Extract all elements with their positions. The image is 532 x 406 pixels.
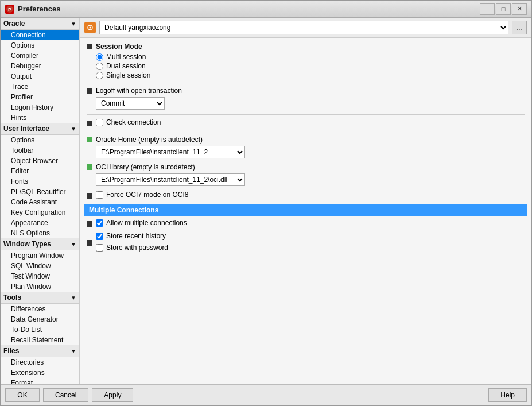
force-oci7-header: Force OCI7 mode on OCI8 bbox=[87, 191, 525, 200]
oci-library-label: OCI library (empty is autodetect) bbox=[96, 163, 195, 171]
allow-multiple-header: Allow multiple connections bbox=[87, 219, 525, 229]
sidebar-item-logon-history[interactable]: Logon History bbox=[1, 102, 79, 113]
oci-library-section: OCI library (empty is autodetect) E:\Pro… bbox=[87, 163, 525, 186]
dual-session-radio[interactable] bbox=[96, 63, 103, 70]
footer: OK Cancel Apply Help bbox=[1, 384, 531, 405]
dual-session-option: Dual session bbox=[96, 62, 525, 70]
main-content: Oracle▼ConnectionOptionsCompilerDebugger… bbox=[1, 18, 531, 384]
sidebar-item-appearance[interactable]: Appearance bbox=[1, 218, 79, 228]
sidebar-item-compiler[interactable]: Compiler bbox=[1, 51, 79, 61]
store-recent-checkbox[interactable] bbox=[96, 233, 103, 240]
allow-multiple-item: Allow multiple connections bbox=[96, 219, 187, 227]
oci-library-dropdown[interactable]: E:\ProgramFiles\instantclient_11_2\oci.d… bbox=[96, 173, 245, 186]
app-icon: P bbox=[5, 5, 14, 14]
oci-library-icon bbox=[87, 164, 92, 170]
sidebar-item-data-generator[interactable]: Data Generator bbox=[1, 314, 79, 324]
store-recent-label: Store recent history bbox=[106, 232, 166, 240]
ok-button[interactable]: OK bbox=[5, 388, 40, 402]
sidebar-item-editor[interactable]: Editor bbox=[1, 166, 79, 176]
minimize-button[interactable]: — bbox=[480, 3, 495, 15]
help-button[interactable]: Help bbox=[488, 388, 527, 402]
sidebar-section-user-interface[interactable]: User Interface▼ bbox=[1, 123, 79, 135]
session-mode-header: Session Mode bbox=[87, 42, 525, 51]
sidebar-section-window-types[interactable]: Window Types▼ bbox=[1, 238, 79, 250]
oracle-home-section: Oracle Home (empty is autodetect) E:\Pro… bbox=[87, 136, 525, 158]
allow-multiple-icon bbox=[87, 221, 92, 227]
logoff-dropdown[interactable]: CommitRollbackAsk bbox=[96, 97, 165, 110]
sidebar-item-connection[interactable]: Connection bbox=[1, 30, 79, 40]
sidebar-section-files[interactable]: Files▼ bbox=[1, 345, 79, 357]
sidebar-item-plan-window[interactable]: Plan Window bbox=[1, 281, 79, 292]
sidebar-section-tools[interactable]: Tools▼ bbox=[1, 292, 79, 304]
svg-text:P: P bbox=[8, 7, 11, 13]
sidebar-item-to-do-list[interactable]: To-Do List bbox=[1, 324, 79, 335]
cancel-button[interactable]: Cancel bbox=[43, 388, 88, 402]
sidebar-item-options[interactable]: Options bbox=[1, 135, 79, 145]
check-conn-icon bbox=[87, 121, 92, 126]
check-conn-checkbox[interactable] bbox=[96, 119, 103, 126]
force-oci7-checkbox[interactable] bbox=[96, 191, 103, 199]
sidebar-item-sql-window[interactable]: SQL Window bbox=[1, 261, 79, 271]
svg-point-4 bbox=[90, 27, 91, 29]
store-password-checkbox[interactable] bbox=[96, 244, 103, 252]
single-session-label: Single session bbox=[106, 71, 150, 79]
sidebar-section-oracle[interactable]: Oracle▼ bbox=[1, 18, 79, 30]
restore-button[interactable]: □ bbox=[496, 3, 511, 15]
store-history-header: Store recent history Store with password bbox=[87, 232, 525, 253]
sidebar-item-pl/sql-beautifier[interactable]: PL/SQL Beautifier bbox=[1, 187, 79, 197]
sidebar-item-recall-statement[interactable]: Recall Statement bbox=[1, 335, 79, 345]
connection-dropdown[interactable]: Default yangxiaozong bbox=[99, 21, 508, 34]
oracle-home-dropdown[interactable]: E:\ProgramFiles\instantclient_11_2 bbox=[96, 146, 245, 158]
check-connection-section: Check connection bbox=[87, 118, 525, 128]
title-bar: P Preferences — □ ✕ bbox=[1, 1, 531, 18]
sidebar-item-debugger[interactable]: Debugger bbox=[1, 61, 79, 71]
sidebar-item-fonts[interactable]: Fonts bbox=[1, 176, 79, 187]
apply-button[interactable]: Apply bbox=[92, 388, 133, 402]
oracle-home-label: Oracle Home (empty is autodetect) bbox=[96, 136, 203, 144]
divider-3 bbox=[87, 132, 525, 132]
multi-session-radio[interactable] bbox=[96, 53, 103, 61]
sidebar-item-key-configuration[interactable]: Key Configuration bbox=[1, 207, 79, 218]
sidebar-item-nls-options[interactable]: NLS Options bbox=[1, 228, 79, 238]
store-password-item: Store with password bbox=[96, 243, 168, 252]
sidebar-item-test-window[interactable]: Test Window bbox=[1, 271, 79, 281]
sidebar-item-profiler[interactable]: Profiler bbox=[1, 92, 79, 102]
settings-content: Session Mode Multi session Dual session bbox=[80, 38, 531, 384]
sidebar-item-trace[interactable]: Trace bbox=[1, 82, 79, 92]
store-password-label: Store with password bbox=[106, 243, 168, 252]
sidebar-item-format[interactable]: Format bbox=[1, 378, 79, 384]
allow-multiple-label: Allow multiple connections bbox=[106, 219, 187, 227]
allow-multiple-checkbox[interactable] bbox=[96, 219, 103, 227]
sidebar-item-differences[interactable]: Differences bbox=[1, 304, 79, 314]
logoff-select-row: CommitRollbackAsk bbox=[96, 97, 525, 110]
sidebar-item-program-window[interactable]: Program Window bbox=[1, 250, 79, 261]
oci-library-header: OCI library (empty is autodetect) bbox=[87, 163, 525, 171]
single-session-option: Single session bbox=[96, 71, 525, 79]
check-conn-header: Check connection bbox=[87, 118, 525, 128]
close-button[interactable]: ✕ bbox=[512, 3, 527, 15]
oracle-home-icon bbox=[87, 137, 92, 142]
logoff-section: Logoff with open transaction CommitRollb… bbox=[87, 87, 525, 110]
oracle-home-header: Oracle Home (empty is autodetect) bbox=[87, 136, 525, 144]
sidebar-item-toolbar[interactable]: Toolbar bbox=[1, 145, 79, 156]
single-session-radio[interactable] bbox=[96, 72, 103, 79]
store-history-section: Store recent history Store with password bbox=[87, 232, 525, 253]
force-oci7-label: Force OCI7 mode on OCI8 bbox=[106, 191, 188, 199]
sidebar-item-code-assistant[interactable]: Code Assistant bbox=[1, 197, 79, 207]
logoff-label: Logoff with open transaction bbox=[96, 87, 182, 95]
divider-2 bbox=[87, 114, 525, 115]
multi-session-label: Multi session bbox=[106, 53, 146, 61]
force-oci7-item: Force OCI7 mode on OCI8 bbox=[96, 191, 188, 199]
sidebar-item-hints[interactable]: Hints bbox=[1, 113, 79, 123]
sidebar-item-directories[interactable]: Directories bbox=[1, 357, 79, 368]
more-button[interactable]: ... bbox=[512, 21, 527, 34]
multi-session-option: Multi session bbox=[96, 53, 525, 61]
footer-left-buttons: OK Cancel Apply bbox=[5, 388, 133, 402]
multiple-connections-header: Multiple Connections bbox=[84, 204, 527, 216]
sidebar-item-object-browser[interactable]: Object Browser bbox=[1, 156, 79, 166]
sidebar-item-options[interactable]: Options bbox=[1, 40, 79, 51]
sidebar-item-output[interactable]: Output bbox=[1, 71, 79, 82]
session-mode-section: Session Mode Multi session Dual session bbox=[87, 42, 525, 79]
sidebar-item-extensions[interactable]: Extensions bbox=[1, 368, 79, 378]
force-oci7-icon bbox=[87, 193, 92, 199]
